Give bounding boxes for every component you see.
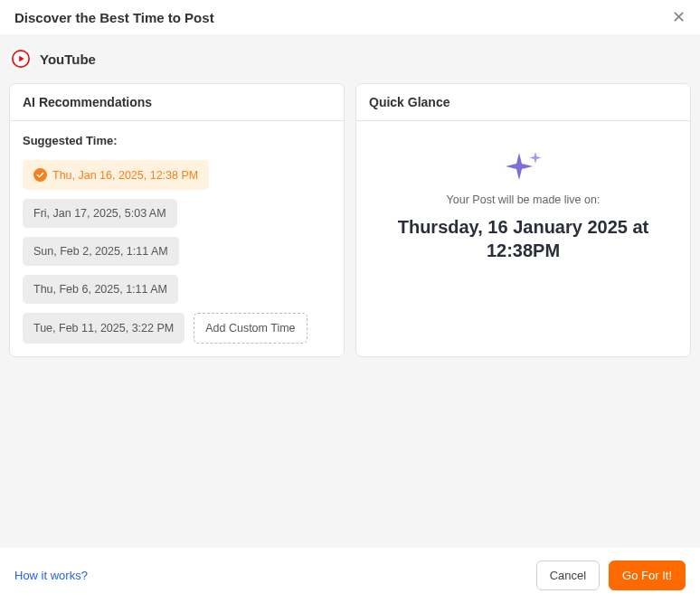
modal-title: Discover the Best Time to Post — [14, 10, 214, 25]
suggested-time-chip[interactable]: Fri, Jan 17, 2025, 5:03 AM — [23, 199, 177, 228]
live-on-label: Your Post will be made live on: — [374, 193, 672, 206]
ai-recommendations-title: AI Recommendations — [23, 95, 331, 109]
platform-row: YouTube — [0, 34, 700, 83]
how-it-works-link[interactable]: How it works? — [14, 569, 88, 582]
ai-recommendations-header: AI Recommendations — [10, 84, 344, 121]
platform-name: YouTube — [40, 52, 96, 67]
chip-label: Sun, Feb 2, 2025, 1:11 AM — [33, 245, 168, 258]
suggested-time-chip[interactable]: Tue, Feb 11, 2025, 3:22 PM — [23, 313, 184, 344]
chip-label: Thu, Jan 16, 2025, 12:38 PM — [52, 169, 198, 182]
footer-actions: Cancel Go For It! — [536, 561, 686, 590]
modal-footer: How it works? Cancel Go For It! — [0, 548, 700, 603]
chip-label: Fri, Jan 17, 2025, 5:03 AM — [33, 207, 166, 220]
quick-glance-title: Quick Glance — [369, 95, 677, 109]
add-custom-time-button[interactable]: Add Custom Time — [194, 313, 307, 344]
cancel-button[interactable]: Cancel — [536, 561, 600, 590]
suggested-time-chips: Thu, Jan 16, 2025, 12:38 PM Fri, Jan 17,… — [23, 160, 331, 344]
modal-header: Discover the Best Time to Post ✕ — [0, 0, 700, 34]
suggested-time-label: Suggested Time: — [23, 134, 331, 147]
suggested-time-chip[interactable]: Thu, Jan 16, 2025, 12:38 PM — [23, 160, 209, 190]
check-icon — [33, 168, 47, 182]
suggested-time-chip[interactable]: Sun, Feb 2, 2025, 1:11 AM — [23, 237, 179, 266]
sparkle-icon — [501, 148, 546, 184]
scheduled-time-display: Thursday, 16 January 2025 at 12:38PM — [374, 215, 672, 262]
quick-glance-card: Quick Glance Your Post will be made live… — [355, 83, 691, 357]
ai-recommendations-card: AI Recommendations Suggested Time: Thu, … — [9, 83, 345, 357]
go-for-it-button[interactable]: Go For It! — [609, 561, 686, 590]
youtube-icon — [9, 47, 33, 71]
suggested-time-chip[interactable]: Thu, Feb 6, 2025, 1:11 AM — [23, 275, 178, 304]
chip-label: Thu, Feb 6, 2025, 1:11 AM — [33, 283, 167, 296]
chip-label: Tue, Feb 11, 2025, 3:22 PM — [33, 322, 174, 334]
quick-glance-header: Quick Glance — [356, 84, 690, 121]
close-icon[interactable]: ✕ — [672, 9, 686, 25]
add-custom-time-label: Add Custom Time — [205, 322, 295, 334]
